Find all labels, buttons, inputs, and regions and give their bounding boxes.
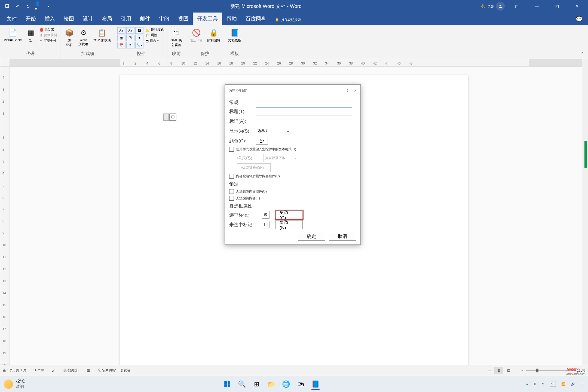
print-layout-icon[interactable]: ▦ — [494, 367, 503, 374]
restrict-editing-button[interactable]: 🔒限制编辑 — [206, 27, 222, 43]
title-input[interactable] — [256, 107, 352, 115]
page-status[interactable]: 第 1 页，共 1 页 — [3, 368, 26, 373]
design-mode-button[interactable]: 📐设计模式 — [145, 27, 165, 32]
tab-view[interactable]: 视图 — [174, 13, 193, 25]
tab-insert[interactable]: 插入 — [40, 13, 59, 25]
weather-widget[interactable]: -2°C 晴朗 — [0, 379, 25, 389]
checkbox-control-icon[interactable]: ☑ — [126, 35, 134, 41]
macro-security-button[interactable]: ⚠宏安全性 — [38, 38, 58, 43]
undo-icon[interactable]: ↶ — [14, 3, 21, 10]
word-icon[interactable]: 📘 — [309, 378, 322, 390]
edge-icon[interactable]: 🌐 — [280, 378, 292, 390]
close-icon[interactable]: ✕ — [569, 0, 585, 13]
collapse-ribbon-icon[interactable]: ⌃ — [580, 51, 584, 57]
tab-help[interactable]: 帮助 — [222, 13, 241, 25]
minimize-icon[interactable]: — — [529, 0, 545, 13]
touch-icon[interactable]: 👤▾ — [35, 3, 41, 10]
document-template-button[interactable]: 📘文档模板 — [226, 27, 243, 43]
zoom-out-icon[interactable]: − — [521, 369, 523, 372]
macro-status-icon[interactable]: ▦ — [87, 369, 90, 372]
checkbox-content-control[interactable]: ⋮⋮⋮☐ — [163, 114, 176, 121]
task-view-icon[interactable]: ⊞ — [250, 378, 263, 390]
macros-button[interactable]: ▦宏 — [24, 27, 37, 43]
horizontal-ruler[interactable]: |246810121416182022242628303234363840424… — [10, 59, 582, 67]
comments-icon[interactable]: 💬 — [570, 13, 588, 25]
tray-app-icon[interactable]: ● — [526, 382, 528, 386]
block-authors-button[interactable]: 🚫阻止作者 — [188, 27, 204, 43]
ribbon-display-icon[interactable]: ▢ — [509, 0, 525, 13]
cancel-button[interactable]: 取消 — [329, 232, 356, 241]
tag-input[interactable] — [256, 117, 352, 125]
tab-mailings[interactable]: 邮件 — [136, 13, 155, 25]
ime-mode[interactable]: 拼 — [580, 382, 584, 386]
tab-developer[interactable]: 开发工具 — [193, 13, 222, 25]
control-checkbox[interactable]: ☐ — [169, 114, 176, 121]
word-addins-button[interactable]: ⚙Word 加载项 — [77, 27, 90, 47]
combo-control-icon[interactable]: ▾ — [135, 35, 143, 41]
showas-combo[interactable]: 边界框⌄ — [256, 127, 291, 135]
control-handle-icon[interactable]: ⋮⋮⋮ — [163, 114, 169, 121]
change-checked-button[interactable]: 更改(C)... — [275, 210, 303, 219]
tab-home[interactable]: 开始 — [21, 13, 40, 25]
store-icon[interactable]: 🛍 — [295, 378, 307, 390]
date-control-icon[interactable]: 📅 — [117, 42, 125, 48]
a11y-status[interactable]: ⓘ 辅助功能: 一切就绪 — [98, 368, 130, 373]
dropdown-control-icon[interactable]: ≡ — [126, 42, 134, 48]
web-layout-icon[interactable]: ▤ — [504, 367, 513, 374]
com-addins-button[interactable]: 📋COM 加载项 — [91, 27, 112, 43]
remove-on-edit-checkbox[interactable]: 内容被编辑后删除内容控件(R) — [229, 174, 356, 179]
avatar-icon — [496, 2, 505, 11]
save-icon[interactable]: 🖫 — [4, 3, 10, 10]
zoom-thumb[interactable] — [536, 369, 538, 372]
tab-file[interactable]: 文件 — [2, 13, 21, 25]
record-macro-button[interactable]: 🔴录制宏 — [38, 27, 58, 32]
focus-view-icon[interactable]: ▭ — [484, 367, 494, 374]
addins-button[interactable]: 📦加 载项 — [63, 27, 76, 48]
tray-hp-icon[interactable]: ℍ — [534, 382, 536, 386]
language-status[interactable]: 英语(美国) — [63, 368, 79, 373]
rich-text-control-icon[interactable]: Aa — [117, 27, 125, 34]
maximize-icon[interactable]: ◱ — [549, 0, 565, 13]
dialog-close-icon[interactable]: ✕ — [354, 89, 357, 93]
tell-me[interactable]: 💡 操作说明搜索 — [271, 15, 305, 25]
redo-icon[interactable]: ↻ — [24, 3, 31, 10]
tab-design[interactable]: 设计 — [78, 13, 97, 25]
tab-layout[interactable]: 布局 — [97, 13, 117, 25]
controls-gallery[interactable]: Aa Aa 🖼 ▦ ☑ ▾ 📅 ≡ 🔧▾ — [117, 27, 143, 48]
start-icon[interactable] — [221, 378, 234, 390]
pause-recording-button[interactable]: ⏸暂停录制 — [38, 33, 58, 38]
picture-control-icon[interactable]: 🖼 — [135, 27, 143, 34]
change-unchecked-button[interactable]: 更改(N)... — [275, 220, 303, 229]
tab-draw[interactable]: 绘图 — [59, 13, 78, 25]
tab-references[interactable]: 引用 — [117, 13, 136, 25]
group-button[interactable]: ⬒组合▾ — [145, 38, 165, 43]
explorer-icon[interactable]: 📁 — [265, 378, 278, 390]
word-count[interactable]: 1 个字 — [35, 368, 44, 373]
xml-mapping-button[interactable]: 🗂XML 映 射窗格 — [170, 27, 184, 48]
visual-basic-button[interactable]: 📄Visual Basic — [2, 27, 23, 42]
qa-customize-icon[interactable]: ▾ — [45, 3, 52, 10]
plain-text-control-icon[interactable]: Aa — [126, 27, 134, 34]
ok-button[interactable]: 确定 — [298, 232, 325, 241]
volume-icon[interactable]: 🔊 — [571, 382, 575, 386]
ime-lang[interactable]: 中 — [550, 381, 556, 387]
tray-chevron-icon[interactable]: ⌃ — [518, 382, 521, 386]
vertical-scrollbar[interactable] — [582, 59, 588, 365]
spell-icon[interactable]: 🖉 — [52, 369, 55, 372]
legacy-control-icon[interactable]: 🔧▾ — [135, 42, 143, 48]
tab-review[interactable]: 审阅 — [155, 13, 174, 25]
tray-sync-icon[interactable]: ⇆ — [542, 382, 544, 386]
building-block-control-icon[interactable]: ▦ — [117, 35, 125, 41]
no-delete-checkbox[interactable]: 无法删除内容控件(D) — [229, 189, 356, 194]
dialog-help-icon[interactable]: ? — [347, 89, 348, 93]
properties-button[interactable]: 📋属性 — [145, 33, 165, 38]
use-style-checkbox[interactable]: 使用样式设置键入空控件中的文本格式(U) — [229, 147, 356, 152]
user-account[interactable]: ⚠ 李影 — [480, 2, 505, 11]
color-picker[interactable]: ✎▾ — [256, 137, 268, 145]
vertical-ruler[interactable]: 4321123456789101112131415161718192021222… — [0, 67, 10, 365]
wifi-icon[interactable]: 📶 — [561, 382, 565, 386]
zoom-slider[interactable] — [526, 370, 569, 371]
no-edit-checkbox[interactable]: 无法编辑内容(E) — [229, 196, 356, 201]
tab-baidu[interactable]: 百度网盘 — [241, 13, 271, 25]
search-icon[interactable]: 🔍 — [236, 378, 248, 390]
